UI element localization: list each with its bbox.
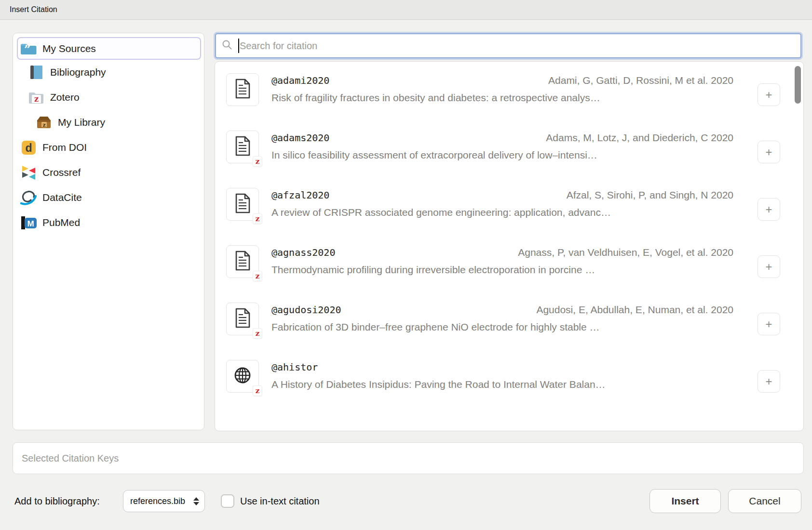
citation-row[interactable]: z @adams2020 Adams, M, Lotz, J, and Died… xyxy=(215,125,803,183)
sidebar-item-crossref[interactable]: Crossref xyxy=(17,160,201,185)
web-globe-icon xyxy=(232,365,253,387)
zotero-badge: z xyxy=(253,386,262,396)
document-icon xyxy=(233,307,252,331)
add-citation-button[interactable]: + xyxy=(758,141,780,163)
sidebar-item-label: My Sources xyxy=(42,43,96,54)
search-field xyxy=(215,33,801,58)
zotero-badge: z xyxy=(253,157,262,166)
search-input[interactable] xyxy=(239,40,800,52)
citation-title: A review of CRISPR associated genome eng… xyxy=(271,207,733,218)
select-arrows-icon xyxy=(193,497,199,505)
document-icon xyxy=(233,78,252,101)
zotero-folder-icon: z xyxy=(27,90,45,105)
document-icon xyxy=(233,250,252,273)
add-citation-button[interactable]: + xyxy=(758,313,780,335)
svg-text:M: M xyxy=(27,219,34,228)
sidebar-item-pubmed[interactable]: M PubMed xyxy=(17,210,201,235)
citation-key: @agnass2020 xyxy=(271,247,335,258)
bibliography-book-icon xyxy=(27,65,45,80)
sources-sidebar: ” My Sources Bibliography z Zotero z My … xyxy=(13,33,204,430)
add-citation-button[interactable]: + xyxy=(758,255,780,278)
zotero-badge: z xyxy=(253,329,262,338)
citation-title: In silico feasibility assessment of extr… xyxy=(271,149,733,161)
citation-key: @ahistor xyxy=(271,361,318,373)
zotero-badge: z xyxy=(253,214,262,224)
bibliography-file-select[interactable]: references.bib xyxy=(123,490,205,512)
citation-row[interactable]: z @ahistor A History of Diabetes Insipid… xyxy=(215,355,803,412)
add-citation-button[interactable]: + xyxy=(758,370,780,393)
document-icon xyxy=(233,193,252,216)
use-intext-citation-checkbox[interactable] xyxy=(221,494,234,508)
sidebar-item-label: PubMed xyxy=(42,217,80,228)
citation-key: @agudosi2020 xyxy=(271,304,341,316)
insert-citation-dialog: Insert Citation ” My Sources Bibliograph… xyxy=(0,0,812,530)
pubmed-icon: M xyxy=(20,215,37,230)
citation-row[interactable]: @adami2020 Adami, G, Gatti, D, Rossini, … xyxy=(215,68,803,125)
citation-authors: Adami, G, Gatti, D, Rossini, M et al. 20… xyxy=(548,75,733,86)
sidebar-item-label: My Library xyxy=(58,117,105,128)
selected-citation-keys-input[interactable] xyxy=(13,442,804,474)
citation-title: Fabrication of 3D binder–free graphene N… xyxy=(271,321,733,333)
citation-authors: Agudosi, E, Abdullah, E, Numan, et al. 2… xyxy=(536,304,733,316)
citation-title: A History of Diabetes Insipidus: Paving … xyxy=(271,379,733,390)
citation-key: @afzal2020 xyxy=(271,189,329,201)
sidebar-item-my-library[interactable]: z My Library xyxy=(17,110,201,135)
sidebar-item-label: Zotero xyxy=(50,92,80,103)
svg-text:d: d xyxy=(25,141,32,154)
add-citation-button[interactable]: + xyxy=(758,83,780,106)
svg-text:”: ” xyxy=(24,42,31,55)
svg-text:z: z xyxy=(43,122,46,128)
citation-authors: Adams, M, Lotz, J, and Diederich, C 2020 xyxy=(546,132,733,144)
sidebar-item-label: Bibliography xyxy=(50,66,106,78)
sidebar-item-my-sources[interactable]: ” My Sources xyxy=(17,37,201,60)
citation-row[interactable]: z @agnass2020 Agnass, P, van Veldhuisen,… xyxy=(215,240,803,297)
zotero-badge: z xyxy=(253,271,262,281)
citation-row[interactable]: z @afzal2020 Afzal, S, Sirohi, P, and Si… xyxy=(215,183,803,240)
add-to-bibliography-label: Add to bibliography: xyxy=(14,496,100,507)
doi-icon: d xyxy=(20,140,37,155)
sidebar-item-datacite[interactable]: DataCite xyxy=(17,185,201,210)
sidebar-item-bibliography[interactable]: Bibliography xyxy=(17,60,201,85)
sidebar-item-label: DataCite xyxy=(42,192,82,203)
sidebar-item-label: Crossref xyxy=(42,167,81,178)
citation-key: @adams2020 xyxy=(271,132,329,144)
insert-button[interactable]: Insert xyxy=(650,489,721,513)
add-citation-button[interactable]: + xyxy=(758,198,780,221)
use-intext-citation-label: Use in-text citation xyxy=(240,496,320,507)
dialog-title: Insert Citation xyxy=(10,5,57,14)
citation-title: Risk of fragility fractures in obesity a… xyxy=(271,92,733,104)
titlebar: Insert Citation xyxy=(0,0,812,20)
citation-title: Thermodynamic profiling during irreversi… xyxy=(271,264,733,276)
search-icon xyxy=(222,40,232,52)
document-icon xyxy=(233,135,252,159)
citation-authors: Agnass, P, van Veldhuisen, E, Vogel, et … xyxy=(518,247,733,258)
sidebar-item-zotero[interactable]: z Zotero xyxy=(17,85,201,110)
my-sources-folder-icon: ” xyxy=(20,41,37,56)
sidebar-item-from-doi[interactable]: d From DOI xyxy=(17,135,201,160)
citation-row[interactable]: z @agudosi2020 Agudosi, E, Abdullah, E, … xyxy=(215,297,803,355)
sidebar-item-label: From DOI xyxy=(42,142,87,153)
citation-results-list: @adami2020 Adami, G, Gatti, D, Rossini, … xyxy=(215,61,804,431)
datacite-icon xyxy=(20,190,37,205)
crossref-icon xyxy=(20,165,37,180)
citation-authors: Afzal, S, Sirohi, P, and Singh, N 2020 xyxy=(567,189,733,201)
bibliography-file-value: references.bib xyxy=(130,496,193,506)
zotero-library-icon: z xyxy=(35,115,53,130)
citation-key: @adami2020 xyxy=(271,75,329,86)
svg-text:z: z xyxy=(34,94,39,104)
cancel-button[interactable]: Cancel xyxy=(728,489,801,513)
